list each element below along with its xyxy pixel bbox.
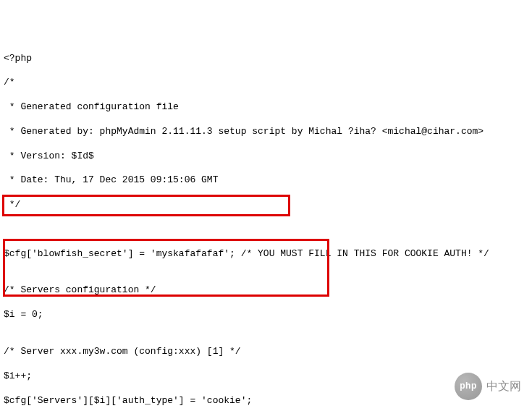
code-line: */ (4, 199, 528, 211)
code-line: /* (4, 77, 528, 89)
code-line: /* Server xxx.my3w.com (config:xxx) [1] … (4, 346, 528, 358)
code-line: * Generated by: phpMyAdmin 2.11.11.3 set… (4, 126, 528, 138)
code-line: $cfg['Servers'][$i]['auth_type'] = 'cook… (4, 395, 528, 407)
code-line: <?php (4, 53, 528, 65)
code-line: /* Servers configuration */ (4, 284, 528, 297)
code-line: $i = 0; (4, 309, 528, 321)
watermark-text: 中文网 (486, 379, 521, 394)
code-line: $cfg['blowfish_secret'] = 'myskafafafaf'… (4, 248, 528, 260)
php-badge-icon: php (455, 373, 482, 400)
code-line: * Date: Thu, 17 Dec 2015 09:15:06 GMT (4, 174, 528, 187)
watermark-logo: php 中文网 (455, 373, 521, 400)
code-line: $i++; (4, 370, 528, 383)
code-line: * Version: $Id$ (4, 151, 528, 163)
code-line: * Generated configuration file (4, 101, 528, 114)
